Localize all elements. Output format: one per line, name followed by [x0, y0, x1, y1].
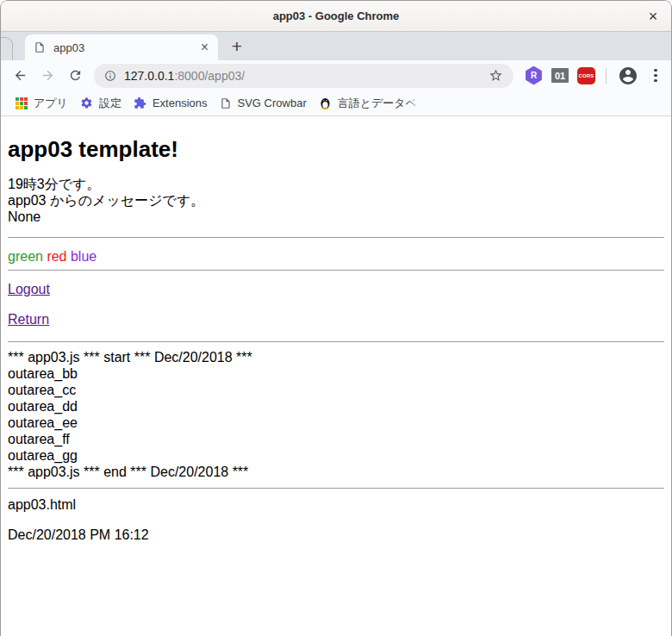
document-icon	[220, 97, 232, 109]
js-output-line: outarea_gg	[8, 447, 664, 464]
tab-strip: app03 × +	[1, 32, 671, 60]
js-output-line: outarea_dd	[8, 398, 664, 415]
intro-text: 19時3分です。 app03 からのメッセージです。 None	[8, 176, 664, 225]
extension-tab-counter-icon[interactable]: 01	[551, 68, 569, 83]
url-path: :8000/app03/	[174, 69, 245, 83]
color-word-blue: blue	[71, 249, 96, 264]
bookmark-settings[interactable]: 設定	[74, 93, 128, 114]
reload-button[interactable]	[63, 64, 87, 88]
url-host: 127.0.0.1	[124, 69, 174, 83]
penguin-icon	[319, 97, 332, 109]
divider	[8, 341, 664, 342]
extension-cors-icon[interactable]: CORS	[577, 67, 595, 84]
window-titlebar: app03 - Google Chrome ×	[1, 1, 671, 32]
divider	[8, 237, 664, 238]
chrome-menu-icon[interactable]	[645, 64, 666, 88]
js-output-line: outarea_ee	[8, 415, 664, 431]
js-output-line: outarea_ff	[8, 431, 664, 447]
js-output-line: outarea_bb	[8, 365, 664, 382]
bookmark-star-icon[interactable]	[488, 68, 503, 83]
tab-close-icon[interactable]: ×	[196, 39, 213, 56]
site-info-icon[interactable]	[104, 70, 116, 82]
bookmark-label: Extensions	[152, 97, 208, 109]
apps-grid-icon	[16, 97, 28, 109]
page-content: app03 template! 19時3分です。 app03 からのメッセージで…	[1, 116, 671, 636]
color-words-line: green red blue	[8, 248, 664, 265]
page-favicon-icon	[34, 41, 46, 53]
bookmark-label: 設定	[99, 96, 121, 111]
js-output-line: *** app03.js *** end *** Dec/20/2018 ***	[8, 464, 664, 480]
footer-filename: app03.html	[8, 496, 664, 513]
back-button[interactable]	[8, 64, 32, 88]
profile-avatar[interactable]	[618, 65, 638, 86]
window-close-icon[interactable]: ×	[643, 6, 663, 27]
page-title: app03 template!	[8, 136, 664, 162]
browser-window: app03 - Google Chrome × app03 × + 12	[0, 0, 672, 636]
bookmark-svg-crowbar[interactable]: SVG Crowbar	[214, 93, 313, 114]
intro-line-none: None	[8, 209, 40, 224]
url-text: 127.0.0.1:8000/app03/	[124, 69, 245, 83]
bookmark-languages-databases[interactable]: 言語とデータベー	[313, 93, 426, 114]
js-output-line: *** app03.js *** start *** Dec/20/2018 *…	[8, 349, 664, 365]
color-word-green: green	[8, 249, 43, 264]
return-link[interactable]: Return	[8, 312, 49, 327]
divider	[8, 270, 664, 271]
bookmark-label: アプリ	[34, 96, 68, 111]
bookmark-apps[interactable]: アプリ	[9, 93, 74, 114]
window-title: app03 - Google Chrome	[273, 9, 400, 22]
address-bar[interactable]: 127.0.0.1:8000/app03/	[94, 64, 513, 88]
tab-strip-edge-decoration	[0, 37, 13, 60]
tab-title: app03	[53, 41, 196, 54]
toolbar-separator	[606, 68, 607, 84]
intro-line-message: app03 からのメッセージです。	[8, 193, 204, 208]
bookmarks-bar: アプリ 設定 Extensions SVG Crowbar	[1, 90, 671, 116]
bookmark-label: 言語とデータベー	[338, 97, 420, 109]
browser-toolbar: 127.0.0.1:8000/app03/ R 01 CORS	[1, 60, 671, 90]
puzzle-icon	[134, 97, 146, 109]
intro-line-time: 19時3分です。	[8, 177, 100, 191]
divider	[8, 488, 664, 489]
new-tab-button[interactable]: +	[225, 34, 249, 59]
footer-timestamp: Dec/20/2018 PM 16:12	[8, 527, 664, 543]
logout-link[interactable]: Logout	[8, 282, 50, 296]
extension-react-devtools-icon[interactable]: R	[525, 66, 543, 85]
tab-app03[interactable]: app03 ×	[25, 34, 218, 60]
bookmark-extensions[interactable]: Extensions	[128, 93, 214, 114]
gear-icon	[80, 97, 93, 109]
bookmark-label: SVG Crowbar	[238, 97, 307, 109]
forward-button[interactable]	[35, 64, 59, 88]
color-word-red: red	[47, 249, 66, 264]
js-output-line: outarea_cc	[8, 382, 664, 398]
js-output-area: *** app03.js *** start *** Dec/20/2018 *…	[8, 349, 664, 480]
